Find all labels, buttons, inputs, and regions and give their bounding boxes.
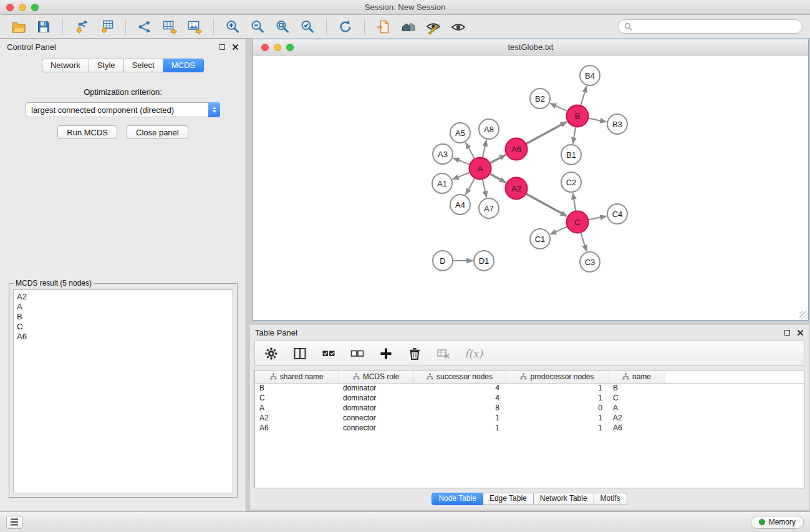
tab-node-table[interactable]: Node Table [432, 493, 483, 505]
export-table-icon[interactable] [158, 17, 181, 37]
column-header-shared-name[interactable]: shared name [255, 370, 339, 383]
tab-network[interactable]: Network [42, 59, 89, 72]
graph-node-A8[interactable]: A8 [479, 119, 499, 139]
graph-node-B4[interactable]: B4 [580, 65, 600, 85]
graph-node-A6[interactable]: A6 [506, 138, 528, 160]
tab-motifs[interactable]: Motifs [594, 493, 627, 505]
add-column-icon[interactable] [378, 346, 393, 361]
graph-node-A4[interactable]: A4 [450, 195, 470, 215]
graph-edge-B-B3[interactable] [589, 118, 606, 122]
column-header-name[interactable]: name [609, 370, 665, 383]
graph-node-A7[interactable]: A7 [479, 198, 499, 218]
column-header-predecessor-nodes[interactable]: predecessor nodes [506, 370, 609, 383]
close-panel-button[interactable]: Close panel [127, 125, 188, 139]
column-header-successor-nodes[interactable]: successor nodes [413, 370, 506, 383]
graph-node-A1[interactable]: A1 [432, 173, 452, 193]
graph-node-B2[interactable]: B2 [530, 89, 550, 109]
export-image-icon[interactable] [183, 17, 206, 37]
delete-table-icon[interactable] [436, 346, 451, 361]
tab-network-table[interactable]: Network Table [534, 493, 594, 505]
zoom-out-icon[interactable] [246, 17, 269, 37]
graph-edge-A-A6[interactable] [490, 155, 505, 163]
graph-node-C4[interactable]: C4 [607, 204, 627, 224]
optimization-criterion-dropdown[interactable]: largest connected component (directed) [26, 102, 220, 117]
tab-mcds[interactable]: MCDS [163, 59, 204, 72]
graph-edge-B-B2[interactable] [550, 104, 567, 112]
float-table-panel-icon[interactable] [784, 330, 790, 336]
graph-edge-C-C1[interactable] [550, 227, 567, 235]
mcds-result-item[interactable]: A6 [17, 332, 229, 342]
graph-edge-A-A7[interactable] [483, 180, 486, 197]
new-network-from-selection-icon[interactable] [372, 17, 395, 37]
select-all-icon[interactable] [321, 346, 336, 361]
show-columns-icon[interactable] [292, 346, 307, 361]
mcds-result-item[interactable]: B [17, 312, 229, 322]
import-table-icon[interactable] [95, 17, 118, 37]
graph-edge-C-C3[interactable] [581, 233, 587, 251]
search-input[interactable] [635, 22, 796, 31]
graph-node-A3[interactable]: A3 [433, 144, 453, 164]
graph-edge-A-A1[interactable] [453, 173, 470, 180]
graph-node-B3[interactable]: B3 [607, 114, 627, 134]
run-mcds-button[interactable]: Run MCDS [57, 125, 117, 139]
mcds-result-item[interactable]: A [17, 302, 229, 312]
graph-node-A5[interactable]: A5 [450, 123, 470, 143]
houses-icon[interactable] [397, 17, 420, 37]
graph-node-D1[interactable]: D1 [474, 251, 494, 271]
memory-button[interactable]: Memory [751, 516, 804, 529]
table-row[interactable]: A2connector11A2 [255, 413, 804, 423]
network-minimize-button[interactable] [274, 44, 281, 51]
deselect-all-icon[interactable] [350, 346, 365, 361]
graph-edge-B-B1[interactable] [573, 127, 576, 143]
graph-edge-A-A8[interactable] [483, 140, 486, 157]
tab-edge-table[interactable]: Edge Table [483, 493, 534, 505]
graph-edge-A-A2[interactable] [490, 174, 506, 183]
save-session-icon[interactable] [32, 17, 55, 37]
mcds-result-item[interactable]: A2 [17, 292, 229, 302]
graph-node-C3[interactable]: C3 [580, 252, 600, 272]
tab-select[interactable]: Select [124, 59, 163, 72]
search-box[interactable] [618, 19, 803, 34]
graph-node-B1[interactable]: B1 [561, 145, 581, 165]
function-builder-icon[interactable]: f(x) [465, 347, 483, 360]
import-network-icon[interactable] [70, 17, 93, 37]
delete-column-icon[interactable] [407, 346, 422, 361]
float-panel-icon[interactable] [219, 44, 225, 50]
graph-edge-B-B4[interactable] [581, 86, 586, 105]
graph-edge-C-C2[interactable] [573, 193, 576, 211]
close-table-panel-icon[interactable] [797, 329, 804, 336]
graph-node-C[interactable]: C [567, 211, 589, 233]
graph-edge-A-A4[interactable] [466, 178, 475, 195]
graph-edge-A6-B[interactable] [526, 122, 567, 143]
zoom-window-button[interactable] [31, 4, 39, 11]
apply-layout-icon[interactable] [334, 17, 357, 37]
table-row[interactable]: Bdominator41B [255, 383, 804, 393]
tab-style[interactable]: Style [89, 59, 124, 72]
zoom-selected-icon[interactable] [296, 17, 319, 37]
mcds-result-item[interactable]: C [17, 322, 229, 332]
table-settings-gear-icon[interactable] [264, 346, 279, 361]
table-row[interactable]: Adominator80A [255, 403, 804, 413]
graph-node-C1[interactable]: C1 [530, 229, 550, 249]
graph-node-D[interactable]: D [433, 251, 453, 271]
graph-node-B[interactable]: B [567, 105, 589, 127]
mcds-result-list[interactable]: A2ABCA6 [13, 289, 233, 493]
graph-node-A[interactable]: A [470, 158, 491, 180]
graph-node-A2[interactable]: A2 [506, 178, 528, 200]
graph-edge-A-A3[interactable] [453, 158, 470, 164]
zoom-in-icon[interactable] [221, 17, 244, 37]
network-zoom-button[interactable] [286, 44, 294, 51]
table-row[interactable]: Cdominator41C [255, 393, 804, 403]
network-canvas[interactable]: B4B2BB3A5A8A6B1A3AC2A1A2A4A7C4CC1C3DD1 [253, 56, 808, 320]
network-close-button[interactable] [261, 44, 269, 51]
export-network-icon[interactable] [133, 17, 156, 37]
open-file-icon[interactable] [7, 17, 30, 37]
minimize-window-button[interactable] [19, 4, 26, 11]
column-header-MCDS-role[interactable]: MCDS role [339, 370, 413, 383]
graph-node-C2[interactable]: C2 [561, 172, 581, 192]
network-window-titlebar[interactable]: testGlobe.txt [253, 39, 808, 56]
graph-edge-A-A5[interactable] [466, 143, 475, 158]
graph-edge-A2-C[interactable] [526, 194, 567, 216]
close-window-button[interactable] [6, 4, 14, 11]
window-resize-grip[interactable] [799, 311, 808, 319]
